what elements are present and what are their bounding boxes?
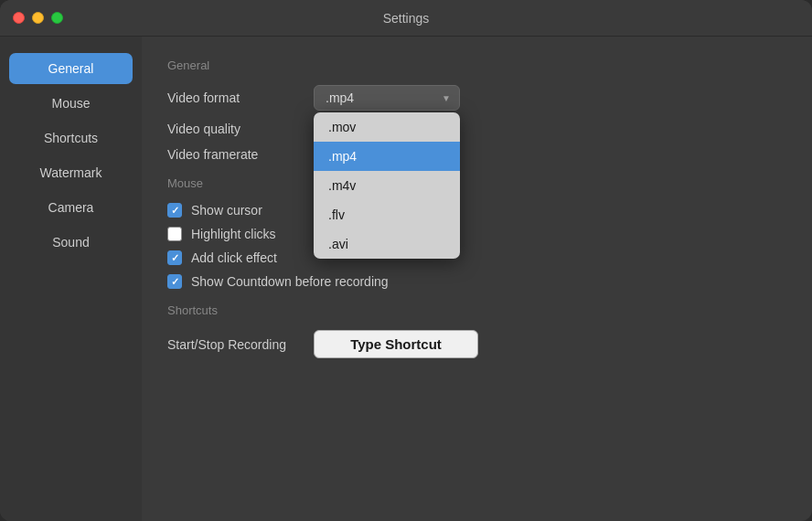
minimize-button[interactable]: [32, 12, 44, 24]
add-click-effect-checkbox[interactable]: [167, 250, 182, 265]
maximize-button[interactable]: [51, 12, 63, 24]
sidebar-item-shortcuts[interactable]: Shortcuts: [9, 122, 133, 154]
option-avi[interactable]: .avi: [314, 229, 460, 259]
option-m4v[interactable]: .m4v: [314, 171, 460, 200]
sidebar-item-camera[interactable]: Camera: [9, 192, 133, 223]
video-format-menu: .mov .mp4 .m4v .flv .avi: [314, 112, 460, 259]
window-title: Settings: [383, 11, 430, 26]
show-countdown-row: Show Countdown before recording: [167, 274, 786, 289]
option-mov[interactable]: .mov: [314, 112, 460, 142]
highlight-clicks-checkbox[interactable]: [167, 227, 182, 241]
general-section-header: General: [167, 58, 786, 72]
add-click-effect-row: Add click effect: [167, 250, 786, 265]
highlight-clicks-label: Highlight clicks: [191, 227, 276, 241]
show-cursor-row: Show cursor: [167, 203, 786, 218]
video-format-dropdown[interactable]: .mp4 ▼: [314, 85, 460, 111]
video-quality-row: Video quality: [167, 122, 786, 136]
dropdown-arrow-icon: ▼: [442, 93, 451, 103]
sidebar-item-mouse[interactable]: Mouse: [9, 88, 133, 119]
highlight-clicks-row: Highlight clicks: [167, 227, 786, 241]
video-format-row: Video format .mp4 ▼ .mov .mp4 .m4v .flv …: [167, 85, 786, 111]
type-shortcut-input[interactable]: Type Shortcut: [314, 330, 478, 358]
video-quality-label: Video quality: [167, 122, 314, 136]
shortcuts-section-header: Shortcuts: [167, 303, 786, 317]
main-layout: General Mouse Shortcuts Watermark Camera…: [0, 37, 812, 521]
video-framerate-label: Video framerate: [167, 147, 314, 162]
video-framerate-row: Video framerate: [167, 147, 786, 162]
show-countdown-checkbox[interactable]: [167, 274, 182, 289]
start-stop-row: Start/Stop Recording Type Shortcut: [167, 330, 786, 358]
mouse-section-header: Mouse: [167, 176, 786, 190]
option-flv[interactable]: .flv: [314, 200, 460, 229]
sidebar: General Mouse Shortcuts Watermark Camera…: [0, 37, 142, 521]
shortcuts-section-divider: Shortcuts: [167, 303, 786, 317]
sidebar-item-sound[interactable]: Sound: [9, 227, 133, 258]
show-cursor-checkbox[interactable]: [167, 203, 182, 218]
video-format-label: Video format: [167, 90, 314, 105]
video-format-dropdown-wrapper: .mp4 ▼ .mov .mp4 .m4v .flv .avi: [314, 85, 460, 111]
option-mp4[interactable]: .mp4: [314, 142, 460, 171]
sidebar-item-watermark[interactable]: Watermark: [9, 157, 133, 188]
show-cursor-label: Show cursor: [191, 203, 262, 218]
sidebar-item-general[interactable]: General: [9, 53, 133, 84]
titlebar: Settings: [0, 0, 812, 37]
close-button[interactable]: [13, 12, 25, 24]
start-stop-label: Start/Stop Recording: [167, 337, 314, 352]
add-click-effect-label: Add click effect: [191, 250, 277, 265]
traffic-lights: [13, 12, 63, 24]
mouse-section-divider: Mouse: [167, 176, 786, 190]
show-countdown-label: Show Countdown before recording: [191, 274, 389, 289]
main-panel: General Video format .mp4 ▼ .mov .mp4 .m…: [142, 37, 812, 521]
settings-window: Settings General Mouse Shortcuts Waterma…: [0, 0, 812, 521]
